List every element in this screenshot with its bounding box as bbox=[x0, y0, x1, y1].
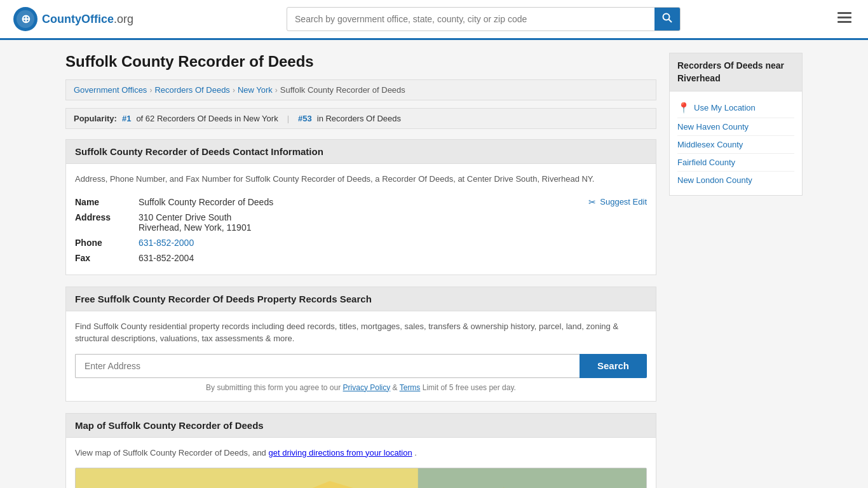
location-pin-icon: 📍 bbox=[677, 102, 690, 114]
phone-label: Phone bbox=[75, 238, 139, 248]
breadcrumb-sep-2: › bbox=[275, 86, 278, 95]
popularity-bold: Popularity: bbox=[74, 114, 117, 123]
property-header: Free Suffolk County Recorder Of Deeds Pr… bbox=[66, 287, 656, 311]
fax-label: Fax bbox=[75, 253, 139, 263]
phone-link[interactable]: 631-852-2000 bbox=[139, 238, 194, 248]
map-body: View map of Suffolk County Recorder of D… bbox=[66, 438, 656, 489]
map-desc-text: View map of Suffolk County Recorder of D… bbox=[75, 448, 266, 458]
name-row: Name Suffolk County Recorder of Deeds ✂ … bbox=[75, 194, 647, 210]
sidebar-link-1[interactable]: Middlesex County bbox=[677, 136, 794, 154]
logo-icon: ⊕ bbox=[13, 6, 38, 32]
and-text: & bbox=[393, 383, 400, 392]
logo[interactable]: ⊕ CountyOffice.org bbox=[13, 6, 133, 32]
breadcrumb-item-2[interactable]: New York bbox=[238, 85, 273, 95]
address-value: 310 Center Drive South Riverhead, New Yo… bbox=[139, 212, 251, 233]
contact-body: Address, Phone Number, and Fax Number fo… bbox=[66, 164, 656, 274]
info-table: Name Suffolk County Recorder of Deeds ✂ … bbox=[75, 194, 647, 266]
terms-link[interactable]: Terms bbox=[400, 383, 421, 392]
limit-text: Limit of 5 free uses per day. bbox=[423, 383, 516, 392]
svg-point-3 bbox=[663, 14, 670, 20]
map-visual bbox=[76, 468, 646, 488]
popularity-national: #53 bbox=[298, 114, 312, 123]
svg-text:⊕: ⊕ bbox=[21, 13, 31, 25]
logo-text: CountyOffice.org bbox=[42, 13, 133, 26]
sidebar-link-label-0: New Haven County bbox=[677, 122, 749, 132]
phone-value: 631-852-2000 bbox=[139, 238, 194, 248]
address-label: Address bbox=[75, 212, 139, 233]
sidebar-body: 📍 Use My Location New Haven County Middl… bbox=[670, 92, 802, 195]
sidebar-link-label-3: New London County bbox=[677, 175, 752, 185]
contact-desc: Address, Phone Number, and Fax Number fo… bbox=[75, 173, 647, 186]
sidebar-header: Recorders Of Deeds near Riverhead bbox=[670, 53, 802, 92]
breadcrumb-sep-1: › bbox=[233, 86, 235, 95]
map-placeholder bbox=[75, 468, 647, 488]
global-search-button[interactable] bbox=[654, 8, 680, 30]
main-content: Suffolk County Recorder of Deeds Governm… bbox=[65, 53, 656, 488]
contact-header: Suffolk County Recorder of Deeds Contact… bbox=[66, 140, 656, 164]
disclaimer-text: By submitting this form you agree to our bbox=[206, 383, 341, 392]
sidebar-link-0[interactable]: New Haven County bbox=[677, 118, 794, 136]
name-value: Suffolk County Recorder of Deeds bbox=[139, 197, 273, 207]
popularity-divider: | bbox=[287, 114, 289, 123]
page-title: Suffolk County Recorder of Deeds bbox=[65, 53, 656, 71]
sidebar-link-label-2: Fairfield County bbox=[677, 158, 735, 167]
svg-line-4 bbox=[669, 20, 672, 23]
svg-rect-6 bbox=[837, 17, 851, 18]
map-desc: View map of Suffolk County Recorder of D… bbox=[75, 447, 647, 459]
edit-icon: ✂ bbox=[588, 197, 596, 207]
popularity-bar: Popularity: #1 of 62 Recorders Of Deeds … bbox=[65, 108, 656, 129]
use-my-location-link[interactable]: 📍 Use My Location bbox=[677, 98, 794, 118]
svg-rect-10 bbox=[418, 468, 646, 488]
breadcrumb: Government Offices › Recorders Of Deeds … bbox=[65, 79, 656, 100]
property-body: Find Suffolk County residential property… bbox=[66, 311, 656, 401]
suggest-edit-link[interactable]: ✂ Suggest Edit bbox=[588, 197, 647, 207]
global-search-input[interactable] bbox=[287, 9, 654, 29]
sidebar: Recorders Of Deeds near Riverhead 📍 Use … bbox=[669, 53, 803, 488]
address-input[interactable] bbox=[75, 354, 580, 378]
site-header: ⊕ CountyOffice.org bbox=[0, 0, 868, 40]
suggest-edit-label: Suggest Edit bbox=[600, 197, 647, 207]
popularity-label: Popularity: bbox=[74, 114, 117, 123]
form-disclaimer: By submitting this form you agree to our… bbox=[75, 383, 647, 392]
use-my-location-label: Use My Location bbox=[694, 103, 756, 112]
popularity-rank: #1 bbox=[122, 114, 131, 123]
breadcrumb-sep-0: › bbox=[149, 86, 152, 95]
sidebar-link-3[interactable]: New London County bbox=[677, 172, 794, 189]
map-header: Map of Suffolk County Recorder of Deeds bbox=[66, 414, 656, 438]
popularity-rank-desc: of 62 Recorders Of Deeds in New York bbox=[136, 114, 278, 123]
address-line2: Riverhead, New York, 11901 bbox=[139, 222, 251, 233]
address-line1: 310 Center Drive South bbox=[139, 212, 251, 222]
map-section: Map of Suffolk County Recorder of Deeds … bbox=[65, 413, 656, 489]
sidebar-box: Recorders Of Deeds near Riverhead 📍 Use … bbox=[669, 53, 803, 196]
privacy-link[interactable]: Privacy Policy bbox=[343, 383, 391, 392]
property-search-button[interactable]: Search bbox=[580, 354, 647, 378]
directions-link[interactable]: get driving directions from your locatio… bbox=[268, 448, 412, 458]
popularity-national-desc: in Recorders Of Deeds bbox=[317, 114, 401, 123]
directions-suffix: . bbox=[414, 448, 417, 458]
property-search-form: Search bbox=[75, 354, 647, 378]
breadcrumb-item-0[interactable]: Government Offices bbox=[74, 85, 147, 95]
svg-rect-5 bbox=[837, 12, 851, 14]
name-label: Name bbox=[75, 197, 139, 207]
fax-row: Fax 631-852-2004 bbox=[75, 250, 647, 266]
hamburger-menu[interactable] bbox=[834, 7, 855, 31]
property-section: Free Suffolk County Recorder Of Deeds Pr… bbox=[65, 287, 656, 402]
svg-rect-7 bbox=[837, 21, 851, 23]
sidebar-link-label-1: Middlesex County bbox=[677, 140, 743, 149]
address-row: Address 310 Center Drive South Riverhead… bbox=[75, 210, 647, 235]
search-icon bbox=[662, 13, 672, 23]
main-container: Suffolk County Recorder of Deeds Governm… bbox=[53, 40, 815, 488]
breadcrumb-item-1[interactable]: Recorders Of Deeds bbox=[154, 85, 230, 95]
property-desc: Find Suffolk County residential property… bbox=[75, 320, 647, 345]
sidebar-link-2[interactable]: Fairfield County bbox=[677, 154, 794, 172]
phone-row: Phone 631-852-2000 bbox=[75, 235, 647, 250]
contact-section: Suffolk County Recorder of Deeds Contact… bbox=[65, 139, 656, 275]
fax-value: 631-852-2004 bbox=[139, 253, 194, 263]
global-search-bar bbox=[287, 7, 681, 31]
breadcrumb-current: Suffolk County Recorder of Deeds bbox=[280, 85, 405, 95]
